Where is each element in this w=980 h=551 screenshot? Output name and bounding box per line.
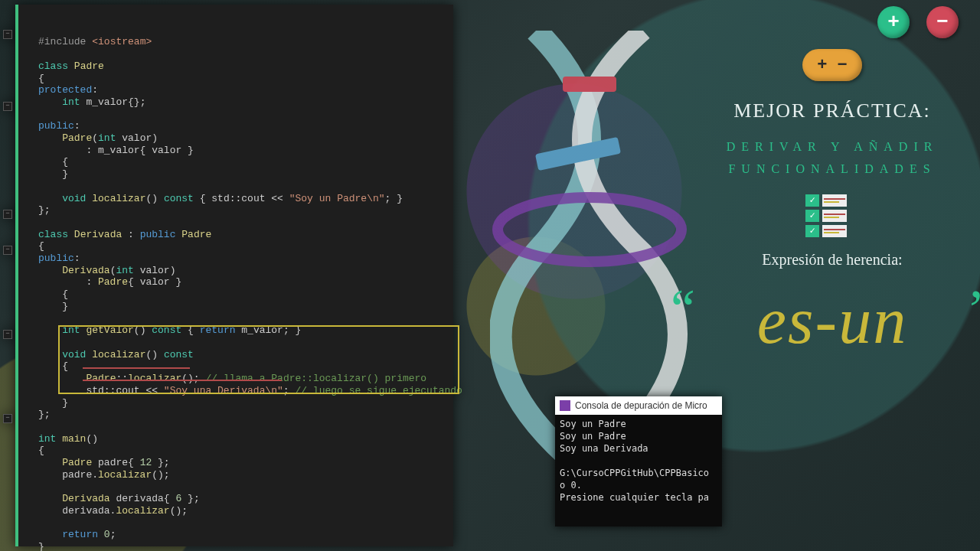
plus-icon: + xyxy=(887,11,900,34)
fold-marker[interactable]: − xyxy=(3,246,12,255)
list-lines-icon xyxy=(822,210,847,222)
info-panel: + − + − MEJOR PRÁCTICA: DERIVAR Y AÑADIR… xyxy=(698,6,966,359)
fold-marker[interactable]: − xyxy=(3,102,12,111)
fold-marker[interactable]: − xyxy=(3,330,12,339)
console-app-icon xyxy=(560,400,570,411)
plus-minus-pill[interactable]: + − xyxy=(802,49,862,81)
tagline-1: DERIVAR Y AÑADIR xyxy=(698,136,966,158)
open-quote-icon: “ xyxy=(671,278,695,341)
checklist: ✓ ✓ ✓ xyxy=(805,194,859,237)
debug-console[interactable]: Consola de depuración de Micro Soy un Pa… xyxy=(555,396,722,527)
minus-button[interactable]: − xyxy=(926,6,959,38)
es-un-text: es-un xyxy=(757,284,907,357)
check-icon: ✓ xyxy=(805,194,819,207)
code-area[interactable]: #include <iostream> class Padre { protec… xyxy=(18,5,453,551)
tagline-2: FUNCIONALIDADES xyxy=(698,158,966,181)
console-title-text: Consola de depuración de Micro xyxy=(575,400,707,411)
check-icon: ✓ xyxy=(805,210,819,222)
fold-marker[interactable]: − xyxy=(3,414,12,423)
underline-call xyxy=(83,367,190,369)
list-lines-icon xyxy=(822,194,847,207)
check-icon: ✓ xyxy=(805,225,819,237)
fold-marker[interactable]: − xyxy=(3,30,12,39)
section-title: MEJOR PRÁCTICA: xyxy=(698,99,966,122)
console-titlebar[interactable]: Consola de depuración de Micro xyxy=(555,396,722,415)
plus-minus-icon: + − xyxy=(817,56,848,75)
fold-marker[interactable]: − xyxy=(3,210,12,219)
minus-icon: − xyxy=(936,11,949,34)
close-quote-icon: ” xyxy=(969,278,980,341)
code-editor[interactable]: #include <iostream> class Padre { protec… xyxy=(15,5,453,546)
console-output[interactable]: Soy un Padre Soy un Padre Soy una Deriva… xyxy=(555,415,722,507)
plus-button[interactable]: + xyxy=(877,6,910,38)
list-lines-icon xyxy=(822,225,847,237)
underline-cout xyxy=(83,380,282,381)
subtitle: Expresión de herencia: xyxy=(698,251,966,269)
